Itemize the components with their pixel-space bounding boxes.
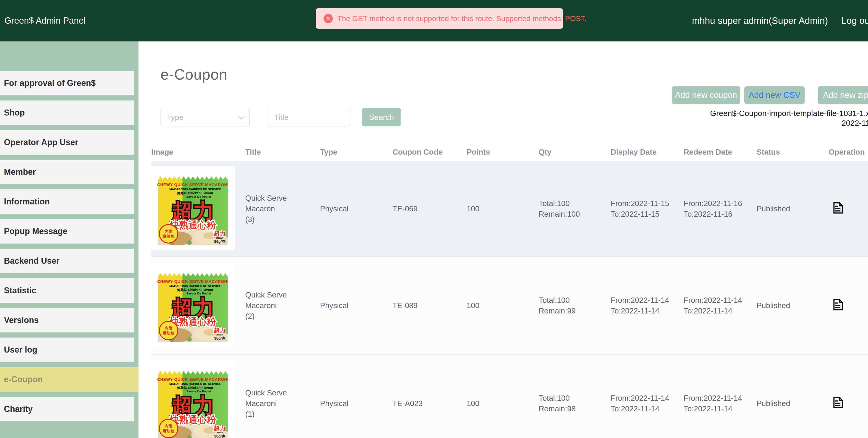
type-select-placeholder: Type	[166, 113, 239, 122]
sidebar-top-spacer	[0, 41, 138, 71]
sidebar-item-operator-app-user[interactable]: Operator App User	[0, 130, 134, 155]
sidebar-nav: For approval of Green$ Shop Operator App…	[0, 41, 138, 438]
add-new-csv-button[interactable]: Add new CSV	[744, 86, 805, 104]
operation-cell	[829, 397, 868, 410]
svg-text:Saveur De Poulet: Saveur De Poulet	[186, 292, 212, 295]
app-title: Green$ Admin Panel	[4, 0, 86, 41]
type-cell: Physical	[320, 399, 393, 408]
svg-text:超力: 超力	[172, 296, 214, 320]
add-new-coupon-button[interactable]: Add new coupon	[672, 86, 740, 104]
document-icon[interactable]	[833, 299, 843, 310]
col-header-redeem-date: Redeem Date	[684, 148, 756, 156]
redeem-date-cell: From:2022-11-14 To:2022-11-14	[684, 295, 756, 316]
title-search-input[interactable]	[268, 108, 350, 126]
image-cell: CHEWY QUICK SERVE MACARONI MACARONIS RAP…	[151, 166, 245, 252]
template-file-line1: Green$-Coupon-import-template-file-1031-…	[710, 108, 868, 118]
sidebar-item-backend-user[interactable]: Backend User	[0, 249, 134, 273]
sidebar-item-information[interactable]: Information	[0, 189, 134, 214]
sidebar-item-shop[interactable]: Shop	[0, 100, 134, 125]
template-file-line2: 2022-11	[710, 118, 868, 128]
coupon-code-cell: TE-069	[393, 205, 467, 213]
document-icon[interactable]	[833, 202, 843, 214]
status-cell: Published	[756, 205, 829, 213]
col-header-title: Title	[245, 148, 320, 156]
product-image: CHEWY QUICK SERVE MACARONI MACARONIS RAP…	[151, 361, 235, 438]
template-file-text[interactable]: Green$-Coupon-import-template-file-1031-…	[710, 108, 868, 128]
table-header-row: Image Title Type Coupon Code Points Qty …	[151, 143, 868, 161]
svg-text:Saveur De Poulet: Saveur De Poulet	[186, 389, 212, 393]
image-cell: CHEWY QUICK SERVE MACARONI MACARONIS RAP…	[151, 361, 245, 438]
col-header-coupon-code: Coupon Code	[393, 148, 467, 156]
display-date-cell: From:2022-11-14 To:2022-11-14	[611, 295, 684, 316]
table-row: CHEWY QUICK SERVE MACARONI MACARONIS RAP…	[151, 257, 868, 355]
title-cell: Quick Serve Macaron (3)	[245, 193, 320, 225]
product-big-characters: 超力	[172, 199, 214, 223]
add-new-csv-label: Add new CSV	[748, 90, 800, 100]
sidebar-item-charity[interactable]: Charity	[0, 397, 134, 421]
svg-text:鮮雞味 Chicken Flavour: 鮮雞味 Chicken Flavour	[177, 191, 213, 195]
svg-text:麻油包: 麻油包	[162, 234, 175, 239]
svg-text:CHEWY: CHEWY	[216, 334, 223, 336]
add-new-zip-label: Add new zip	[823, 90, 868, 100]
qty-cell: Total:100 Remain:98	[539, 393, 611, 414]
col-header-image: Image	[151, 148, 245, 156]
document-icon[interactable]	[833, 397, 843, 408]
coupon-code-cell: TE-089	[393, 301, 467, 310]
sidebar-item-statistic[interactable]: Statistic	[0, 278, 134, 303]
display-date-cell: From:2022-11-14 To:2022-11-14	[611, 393, 684, 414]
svg-text:超力: 超力	[213, 230, 225, 237]
sidebar-item-for-approval[interactable]: For approval of Green$	[0, 71, 134, 95]
svg-text:內附: 內附	[165, 326, 173, 330]
col-header-qty: Qty	[539, 148, 611, 156]
type-select[interactable]: Type	[160, 108, 250, 126]
redeem-date-cell: From:2022-11-14 To:2022-11-14	[684, 393, 756, 414]
table-row: CHEWY QUICK SERVE MACARONI MACARONIS RAP…	[151, 355, 868, 438]
add-new-zip-button[interactable]: Add new zip	[818, 86, 868, 104]
svg-text:96g/克: 96g/克	[214, 434, 225, 438]
sidebar-item-member[interactable]: Member	[0, 160, 134, 184]
logout-link[interactable]: Log out	[841, 0, 868, 41]
qty-cell: Total:100 Remain:99	[539, 295, 611, 316]
type-cell: Physical	[320, 205, 393, 213]
svg-text:超力: 超力	[213, 425, 225, 432]
svg-text:內附: 內附	[165, 424, 173, 428]
svg-text:MACARONIS RAPIDES DE SERVICE: MACARONIS RAPIDES DE SERVICE	[169, 382, 221, 386]
svg-text:鮮雞味 Chicken Flavour: 鮮雞味 Chicken Flavour	[177, 386, 213, 389]
sidebar-item-popup-message[interactable]: Popup Message	[0, 219, 134, 244]
coupon-code-cell: TE-A023	[393, 399, 467, 408]
svg-text:CHEWY: CHEWY	[216, 432, 223, 434]
search-button[interactable]: Search	[362, 108, 401, 126]
svg-text:麻油包: 麻油包	[162, 429, 175, 433]
svg-text:CHEWY: CHEWY	[216, 237, 223, 239]
product-brand-text: CHEWY QUICK SERVE MACARONI	[157, 183, 229, 187]
sidebar-item-versions[interactable]: Versions	[0, 308, 134, 333]
col-header-type: Type	[320, 148, 393, 156]
sidebar-item-e-coupon[interactable]: e-Coupon	[0, 367, 138, 392]
svg-text:Saveur De Poulet: Saveur De Poulet	[186, 195, 212, 198]
svg-text:CHEWY QUICK SERVE MACARONI: CHEWY QUICK SERVE MACARONI	[157, 377, 229, 382]
col-header-operation: Operation	[829, 148, 868, 156]
svg-text:MACARONIS RAPIDES DE SERVICE: MACARONIS RAPIDES DE SERVICE	[169, 188, 221, 191]
svg-text:MACARONIS RAPIDES DE SERVICE: MACARONIS RAPIDES DE SERVICE	[169, 284, 221, 288]
svg-text:鮮雞味 Chicken Flavour: 鮮雞味 Chicken Flavour	[177, 288, 213, 292]
product-image: CHEWY QUICK SERVE MACARONI MACARONIS RAP…	[151, 166, 235, 250]
error-alert-text: The GET method is not supported for this…	[337, 14, 587, 23]
display-date-cell: From:2022-11-15 To:2022-11-15	[611, 198, 684, 219]
sidebar-item-user-log[interactable]: User log	[0, 338, 134, 362]
table-row: CHEWY QUICK SERVE MACARONI MACARONIS RAP…	[151, 161, 868, 257]
status-cell: Published	[756, 301, 829, 310]
qty-cell: Total:100 Remain:100	[539, 198, 611, 219]
page-title: e-Coupon	[160, 66, 227, 83]
type-cell: Physical	[320, 301, 393, 310]
error-alert: ✕ The GET method is not supported for th…	[316, 8, 563, 29]
image-cell: CHEWY QUICK SERVE MACARONI MACARONIS RAP…	[151, 263, 245, 348]
points-cell: 100	[467, 301, 539, 310]
svg-text:內附: 內附	[165, 229, 173, 233]
svg-text:96g/克: 96g/克	[214, 336, 225, 340]
chevron-down-icon	[238, 113, 245, 120]
top-navbar: Green$ Admin Panel ✕ The GET method is n…	[0, 0, 868, 41]
current-user-label: mhhu super admin(Super Admin)	[692, 0, 828, 41]
title-cell: Quick Serve Macaroni (2)	[245, 290, 320, 321]
error-circle-x-icon: ✕	[323, 14, 333, 23]
col-header-display-date: Display Date	[611, 148, 684, 156]
